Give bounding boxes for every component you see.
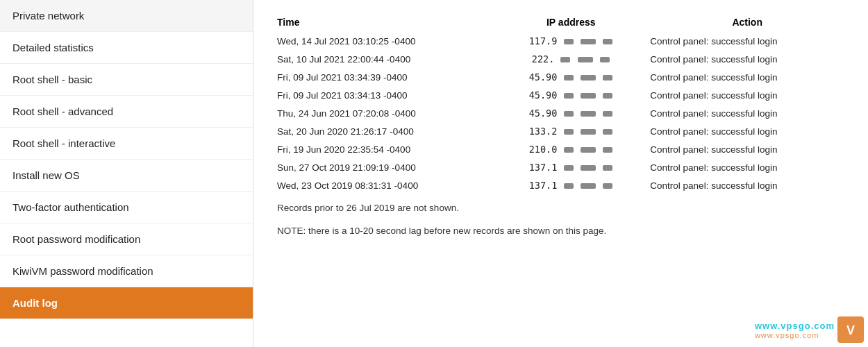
ip-redacted-block <box>578 57 593 62</box>
sidebar-item-1[interactable]: Detailed statistics <box>0 32 253 64</box>
table-row: Wed, 14 Jul 2021 03:10:25 -0400117.9 Con… <box>270 32 851 50</box>
log-ip: 133.2 <box>499 122 643 140</box>
log-time: Wed, 23 Oct 2019 08:31:31 -0400 <box>270 176 499 194</box>
ip-redacted-block <box>564 183 574 189</box>
ip-text: 45.90 <box>529 108 613 119</box>
log-ip: 137.1 <box>499 158 643 176</box>
ip-text: 117.9 <box>529 35 613 46</box>
ip-redacted-block <box>603 147 612 153</box>
log-action: Control panel: successful login <box>643 176 851 194</box>
sidebar-item-6[interactable]: Two-factor authentication <box>0 192 253 223</box>
ip-redacted-block <box>564 147 574 153</box>
ip-text: 222. <box>532 53 610 65</box>
log-action: Control panel: successful login <box>643 68 851 86</box>
ip-redacted-block <box>581 39 596 44</box>
ip-redacted-block <box>581 165 596 171</box>
ip-redacted-block <box>603 75 612 81</box>
ip-redacted-block <box>564 39 574 44</box>
log-ip: 45.90 <box>499 104 643 122</box>
log-action: Control panel: successful login <box>643 122 851 140</box>
sidebar-item-5[interactable]: Install new OS <box>0 160 253 192</box>
ip-redacted-block <box>600 57 610 62</box>
log-time: Fri, 09 Jul 2021 03:34:13 -0400 <box>270 86 499 104</box>
table-row: Sat, 20 Jun 2020 21:26:17 -0400133.2 Con… <box>270 122 851 140</box>
log-time: Sat, 20 Jun 2020 21:26:17 -0400 <box>270 122 499 140</box>
ip-text: 45.90 <box>529 71 613 83</box>
sidebar: Private networkDetailed statisticsRoot s… <box>0 0 253 347</box>
table-row: Fri, 19 Jun 2020 22:35:54 -0400210.0 Con… <box>270 140 851 158</box>
ip-redacted-block <box>603 165 612 171</box>
log-action: Control panel: successful login <box>643 104 851 122</box>
log-time: Thu, 24 Jun 2021 07:20:08 -0400 <box>270 104 499 122</box>
ip-redacted-block <box>564 129 574 135</box>
ip-redacted-block <box>603 183 612 189</box>
ip-redacted-block <box>564 165 574 171</box>
ip-text: 45.90 <box>529 90 613 101</box>
log-action: Control panel: successful login <box>643 158 851 176</box>
main-content: Time IP address Action Wed, 14 Jul 2021 … <box>253 0 868 347</box>
col-header-action: Action <box>643 12 851 32</box>
ip-redacted-block <box>564 75 574 81</box>
log-action: Control panel: successful login <box>643 50 851 68</box>
ip-redacted-block <box>564 93 574 99</box>
ip-redacted-block <box>581 75 596 81</box>
ip-redacted-block <box>603 93 612 99</box>
log-time: Fri, 19 Jun 2020 22:35:54 -0400 <box>270 140 499 158</box>
table-row: Thu, 24 Jun 2021 07:20:08 -040045.90 Con… <box>270 104 851 122</box>
log-ip: 45.90 <box>499 68 643 86</box>
ip-redacted-block <box>581 147 596 153</box>
ip-redacted-block <box>581 129 596 135</box>
log-time: Fri, 09 Jul 2021 03:34:39 -0400 <box>270 68 499 86</box>
log-time: Sat, 10 Jul 2021 22:00:44 -0400 <box>270 50 499 68</box>
sidebar-item-3[interactable]: Root shell - advanced <box>0 96 253 128</box>
table-row: Fri, 09 Jul 2021 03:34:13 -040045.90 Con… <box>270 86 851 104</box>
table-row: Sun, 27 Oct 2019 21:09:19 -0400137.1 Con… <box>270 158 851 176</box>
ip-redacted-block <box>581 93 596 99</box>
records-note: Records prior to 26 Jul 2019 are not sho… <box>277 203 851 213</box>
table-row: Wed, 23 Oct 2019 08:31:31 -0400137.1 Con… <box>270 176 851 194</box>
sidebar-item-0[interactable]: Private network <box>0 0 253 32</box>
col-header-ip: IP address <box>499 12 643 32</box>
log-ip: 117.9 <box>499 32 643 50</box>
sidebar-item-2[interactable]: Root shell - basic <box>0 64 253 96</box>
sidebar-item-4[interactable]: Root shell - interactive <box>0 128 253 160</box>
table-row: Sat, 10 Jul 2021 22:00:44 -0400222. Cont… <box>270 50 851 68</box>
ip-text: 137.1 <box>529 180 613 191</box>
col-header-time: Time <box>270 12 499 32</box>
ip-text: 137.1 <box>529 162 613 173</box>
log-ip: 210.0 <box>499 140 643 158</box>
sidebar-item-9[interactable]: Audit log <box>0 287 253 319</box>
log-ip: 45.90 <box>499 86 643 104</box>
log-time: Wed, 14 Jul 2021 03:10:25 -0400 <box>270 32 499 50</box>
log-action: Control panel: successful login <box>643 32 851 50</box>
audit-log-table: Time IP address Action Wed, 14 Jul 2021 … <box>270 12 851 194</box>
log-time: Sun, 27 Oct 2019 21:09:19 -0400 <box>270 158 499 176</box>
ip-redacted-block <box>564 111 574 117</box>
table-row: Fri, 09 Jul 2021 03:34:39 -040045.90 Con… <box>270 68 851 86</box>
log-ip: 222. <box>499 50 643 68</box>
sidebar-item-8[interactable]: KiwiVM password modification <box>0 255 253 287</box>
ip-text: 133.2 <box>529 126 613 137</box>
ip-redacted-block <box>581 111 596 117</box>
ip-redacted-block <box>603 39 612 44</box>
log-ip: 137.1 <box>499 176 643 194</box>
log-action: Control panel: successful login <box>643 140 851 158</box>
ip-redacted-block <box>603 111 612 117</box>
log-action: Control panel: successful login <box>643 86 851 104</box>
lag-note: NOTE: there is a 10-20 second lag before… <box>270 226 851 236</box>
ip-redacted-block <box>581 183 596 189</box>
sidebar-item-7[interactable]: Root password modification <box>0 223 253 255</box>
ip-redacted-block <box>560 57 570 62</box>
ip-text: 210.0 <box>529 144 613 155</box>
ip-redacted-block <box>603 129 612 135</box>
